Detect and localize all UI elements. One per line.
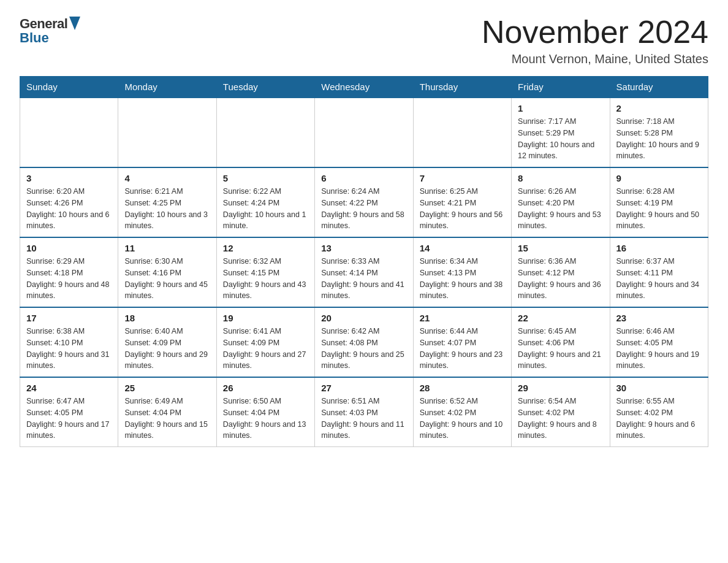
calendar-week-row: 24Sunrise: 6:47 AMSunset: 4:05 PMDayligh… [20, 377, 708, 447]
calendar-cell: 30Sunrise: 6:55 AMSunset: 4:02 PMDayligh… [610, 377, 708, 447]
header-monday: Monday [118, 77, 216, 98]
day-number: 28 [420, 383, 505, 393]
day-number: 15 [518, 243, 603, 253]
day-number: 29 [518, 383, 603, 393]
day-number: 25 [124, 383, 210, 393]
day-number: 11 [124, 243, 210, 253]
calendar-cell: 1Sunrise: 7:17 AMSunset: 5:29 PMDaylight… [512, 98, 610, 167]
day-info: Sunrise: 6:54 AMSunset: 4:02 PMDaylight:… [518, 396, 603, 442]
day-info: Sunrise: 6:50 AMSunset: 4:04 PMDaylight:… [223, 396, 308, 442]
calendar-cell: 18Sunrise: 6:40 AMSunset: 4:09 PMDayligh… [118, 307, 216, 377]
calendar-cell: 7Sunrise: 6:25 AMSunset: 4:21 PMDaylight… [413, 167, 511, 237]
day-info: Sunrise: 6:37 AMSunset: 4:11 PMDaylight:… [616, 256, 702, 302]
day-info: Sunrise: 6:24 AMSunset: 4:22 PMDaylight:… [321, 186, 406, 232]
calendar-week-row: 17Sunrise: 6:38 AMSunset: 4:10 PMDayligh… [20, 307, 708, 377]
header-wednesday: Wednesday [315, 77, 413, 98]
calendar-cell: 29Sunrise: 6:54 AMSunset: 4:02 PMDayligh… [512, 377, 610, 447]
day-number: 22 [518, 313, 603, 323]
day-number: 10 [26, 243, 112, 253]
logo-blue-text: Blue [20, 30, 49, 45]
calendar-cell: 23Sunrise: 6:46 AMSunset: 4:05 PMDayligh… [610, 307, 708, 377]
header-thursday: Thursday [413, 77, 511, 98]
calendar-cell: 24Sunrise: 6:47 AMSunset: 4:05 PMDayligh… [20, 377, 118, 447]
day-info: Sunrise: 6:46 AMSunset: 4:05 PMDaylight:… [616, 326, 702, 372]
header-tuesday: Tuesday [216, 77, 314, 98]
page-header: General Blue November 2024 Mount Vernon,… [20, 15, 708, 66]
day-info: Sunrise: 6:32 AMSunset: 4:15 PMDaylight:… [223, 256, 308, 302]
calendar-subtitle: Mount Vernon, Maine, United States [482, 52, 708, 66]
header-friday: Friday [512, 77, 610, 98]
day-info: Sunrise: 6:29 AMSunset: 4:18 PMDaylight:… [26, 256, 112, 302]
calendar-cell: 6Sunrise: 6:24 AMSunset: 4:22 PMDaylight… [315, 167, 413, 237]
day-info: Sunrise: 6:41 AMSunset: 4:09 PMDaylight:… [223, 326, 308, 372]
calendar-cell: 19Sunrise: 6:41 AMSunset: 4:09 PMDayligh… [216, 307, 314, 377]
logo: General Blue [20, 15, 80, 46]
day-info: Sunrise: 6:20 AMSunset: 4:26 PMDaylight:… [26, 186, 112, 232]
svg-marker-0 [69, 17, 80, 30]
day-info: Sunrise: 6:40 AMSunset: 4:09 PMDaylight:… [124, 326, 210, 372]
day-number: 4 [124, 173, 210, 183]
day-number: 17 [26, 313, 112, 323]
day-number: 5 [223, 173, 308, 183]
calendar-cell: 3Sunrise: 6:20 AMSunset: 4:26 PMDaylight… [20, 167, 118, 237]
calendar-week-row: 1Sunrise: 7:17 AMSunset: 5:29 PMDaylight… [20, 98, 708, 167]
calendar-table: SundayMondayTuesdayWednesdayThursdayFrid… [20, 76, 708, 447]
calendar-cell: 15Sunrise: 6:36 AMSunset: 4:12 PMDayligh… [512, 237, 610, 307]
day-info: Sunrise: 6:30 AMSunset: 4:16 PMDaylight:… [124, 256, 210, 302]
logo-general-text: General [20, 16, 67, 32]
day-info: Sunrise: 7:17 AMSunset: 5:29 PMDaylight:… [518, 116, 603, 162]
day-info: Sunrise: 6:51 AMSunset: 4:03 PMDaylight:… [321, 396, 406, 442]
day-info: Sunrise: 6:52 AMSunset: 4:02 PMDaylight:… [420, 396, 505, 442]
day-number: 7 [420, 173, 505, 183]
day-number: 30 [616, 383, 702, 393]
calendar-cell: 16Sunrise: 6:37 AMSunset: 4:11 PMDayligh… [610, 237, 708, 307]
day-number: 19 [223, 313, 308, 323]
calendar-cell: 26Sunrise: 6:50 AMSunset: 4:04 PMDayligh… [216, 377, 314, 447]
calendar-cell: 8Sunrise: 6:26 AMSunset: 4:20 PMDaylight… [512, 167, 610, 237]
day-info: Sunrise: 6:45 AMSunset: 4:06 PMDaylight:… [518, 326, 603, 372]
day-info: Sunrise: 6:38 AMSunset: 4:10 PMDaylight:… [26, 326, 112, 372]
day-info: Sunrise: 6:55 AMSunset: 4:02 PMDaylight:… [616, 396, 702, 442]
calendar-cell: 22Sunrise: 6:45 AMSunset: 4:06 PMDayligh… [512, 307, 610, 377]
day-info: Sunrise: 6:42 AMSunset: 4:08 PMDaylight:… [321, 326, 406, 372]
day-number: 13 [321, 243, 406, 253]
day-number: 16 [616, 243, 702, 253]
day-number: 26 [223, 383, 308, 393]
calendar-title-block: November 2024 Mount Vernon, Maine, Unite… [482, 15, 708, 66]
day-info: Sunrise: 6:21 AMSunset: 4:25 PMDaylight:… [124, 186, 210, 232]
calendar-cell: 21Sunrise: 6:44 AMSunset: 4:07 PMDayligh… [413, 307, 511, 377]
day-number: 18 [124, 313, 210, 323]
header-sunday: Sunday [20, 77, 118, 98]
day-info: Sunrise: 7:18 AMSunset: 5:28 PMDaylight:… [616, 116, 702, 162]
day-number: 23 [616, 313, 702, 323]
day-number: 2 [616, 103, 702, 113]
header-saturday: Saturday [610, 77, 708, 98]
calendar-cell: 9Sunrise: 6:28 AMSunset: 4:19 PMDaylight… [610, 167, 708, 237]
calendar-cell: 5Sunrise: 6:22 AMSunset: 4:24 PMDaylight… [216, 167, 314, 237]
day-number: 21 [420, 313, 505, 323]
calendar-cell: 14Sunrise: 6:34 AMSunset: 4:13 PMDayligh… [413, 237, 511, 307]
day-info: Sunrise: 6:49 AMSunset: 4:04 PMDaylight:… [124, 396, 210, 442]
calendar-cell [118, 98, 216, 167]
day-info: Sunrise: 6:33 AMSunset: 4:14 PMDaylight:… [321, 256, 406, 302]
calendar-cell [413, 98, 511, 167]
day-info: Sunrise: 6:28 AMSunset: 4:19 PMDaylight:… [616, 186, 702, 232]
calendar-cell [216, 98, 314, 167]
day-info: Sunrise: 6:47 AMSunset: 4:05 PMDaylight:… [26, 396, 112, 442]
calendar-header-row: SundayMondayTuesdayWednesdayThursdayFrid… [20, 77, 708, 98]
calendar-cell: 17Sunrise: 6:38 AMSunset: 4:10 PMDayligh… [20, 307, 118, 377]
day-info: Sunrise: 6:22 AMSunset: 4:24 PMDaylight:… [223, 186, 308, 232]
calendar-cell [315, 98, 413, 167]
day-number: 20 [321, 313, 406, 323]
day-number: 14 [420, 243, 505, 253]
calendar-cell: 2Sunrise: 7:18 AMSunset: 5:28 PMDaylight… [610, 98, 708, 167]
calendar-cell: 4Sunrise: 6:21 AMSunset: 4:25 PMDaylight… [118, 167, 216, 237]
day-number: 6 [321, 173, 406, 183]
day-number: 9 [616, 173, 702, 183]
day-number: 24 [26, 383, 112, 393]
calendar-cell [20, 98, 118, 167]
calendar-week-row: 3Sunrise: 6:20 AMSunset: 4:26 PMDaylight… [20, 167, 708, 237]
day-number: 3 [26, 173, 112, 183]
day-number: 8 [518, 173, 603, 183]
day-info: Sunrise: 6:36 AMSunset: 4:12 PMDaylight:… [518, 256, 603, 302]
